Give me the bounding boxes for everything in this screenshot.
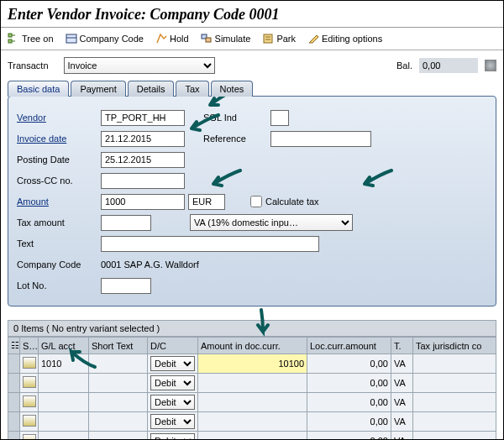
amount-label[interactable]: Amount [17, 196, 101, 207]
amount-field[interactable] [101, 194, 185, 210]
row-selector[interactable] [8, 374, 20, 393]
row-selector[interactable] [8, 354, 20, 374]
tab-details[interactable]: Details [128, 81, 175, 97]
table-row[interactable]: Debit0,00VA [8, 374, 496, 393]
status-button[interactable] [23, 357, 36, 369]
text-field[interactable] [101, 236, 319, 252]
col-loc-amt[interactable]: Loc.curr.amount [307, 338, 391, 354]
gl-acct-cell[interactable] [39, 432, 89, 441]
tree-on-button[interactable]: Tree on [8, 33, 54, 45]
table-row[interactable]: Debit0,00VA [8, 393, 496, 412]
tax-code-select[interactable]: VA (19% domestic inpu… [190, 214, 353, 231]
loc-amt-cell[interactable]: 0,00 [307, 374, 391, 393]
tax-jur-cell[interactable] [413, 374, 496, 393]
amt-doc-cell[interactable] [198, 393, 307, 412]
cross-cc-label: Cross-CC no. [17, 175, 101, 186]
loc-amt-cell[interactable]: 0,00 [307, 412, 391, 432]
cross-cc-field[interactable] [101, 173, 185, 189]
tree-icon [8, 33, 19, 45]
short-text-cell[interactable] [89, 393, 148, 412]
dc-select[interactable]: Debit [150, 356, 195, 371]
park-button[interactable]: Park [262, 33, 296, 45]
tax-cell[interactable]: VA [391, 393, 413, 412]
form-company-code-value: 0001 SAP A.G. Walldorf [101, 259, 199, 270]
transactn-select[interactable]: Invoice [64, 57, 215, 74]
calculate-tax-checkbox[interactable] [250, 196, 262, 207]
posting-date-field[interactable] [101, 152, 185, 168]
row-selector[interactable] [8, 432, 20, 441]
dc-select[interactable]: Debit [150, 375, 195, 390]
short-text-cell[interactable] [89, 374, 148, 393]
col-config[interactable]: ☷ [8, 338, 20, 354]
status-cell[interactable] [20, 374, 39, 393]
gl-acct-cell[interactable] [39, 412, 89, 432]
loc-amt-cell[interactable]: 0,00 [307, 432, 391, 441]
loc-amt-cell[interactable]: 0,00 [307, 393, 391, 412]
row-selector[interactable] [8, 393, 20, 412]
gl-acct-cell[interactable] [39, 393, 89, 412]
dc-cell[interactable]: Debit [148, 412, 198, 432]
tax-jur-cell[interactable] [413, 393, 496, 412]
status-cell[interactable] [20, 393, 39, 412]
amt-doc-cell[interactable]: 10100 [198, 354, 307, 374]
table-row[interactable]: Debit0,00VA [8, 432, 496, 441]
reference-field[interactable] [270, 131, 371, 147]
tax-cell[interactable]: VA [391, 374, 413, 393]
dc-select[interactable]: Debit [150, 433, 195, 440]
tax-jur-cell[interactable] [413, 432, 496, 441]
park-icon [262, 33, 274, 45]
company-code-icon [66, 33, 77, 45]
status-button[interactable] [23, 434, 36, 440]
status-cell[interactable] [20, 412, 39, 432]
dc-cell[interactable]: Debit [148, 393, 198, 412]
status-button[interactable] [23, 395, 36, 407]
tax-cell[interactable]: VA [391, 354, 413, 374]
vendor-field[interactable] [101, 110, 185, 126]
amt-doc-cell[interactable] [198, 412, 307, 432]
loc-amt-cell[interactable]: 0,00 [307, 354, 391, 374]
gl-acct-cell[interactable] [39, 374, 89, 393]
table-row[interactable]: Debit0,00VA [8, 412, 496, 432]
status-button[interactable] [23, 415, 36, 427]
hold-icon [155, 33, 167, 45]
dc-cell[interactable]: Debit [148, 432, 198, 441]
dc-select[interactable]: Debit [150, 395, 195, 410]
vendor-label[interactable]: Vendor [17, 113, 101, 123]
simulate-button[interactable]: Simulate [201, 33, 251, 45]
posting-date-label: Posting Date [17, 155, 101, 165]
tab-tax[interactable]: Tax [176, 81, 208, 97]
col-tax-jur[interactable]: Tax jurisdictn co [413, 338, 496, 354]
tab-basic-data[interactable]: Basic data [8, 81, 69, 97]
hold-button[interactable]: Hold [155, 33, 189, 45]
tax-cell[interactable]: VA [391, 432, 413, 441]
col-status[interactable]: S… [20, 338, 39, 354]
sgl-ind-field[interactable] [270, 110, 289, 126]
row-selector[interactable] [8, 412, 20, 432]
col-tax[interactable]: T. [391, 338, 413, 354]
amt-doc-cell[interactable] [198, 432, 307, 441]
dc-cell[interactable]: Debit [148, 354, 198, 374]
lot-no-field[interactable] [101, 278, 151, 294]
tax-amount-field[interactable] [101, 215, 151, 231]
tab-notes[interactable]: Notes [211, 81, 254, 97]
col-amt-doc[interactable]: Amount in doc.curr. [198, 338, 307, 354]
tax-jur-cell[interactable] [413, 354, 496, 374]
currency-field[interactable] [188, 194, 225, 210]
company-code-button[interactable]: Company Code [66, 33, 144, 45]
short-text-cell[interactable] [89, 432, 148, 441]
col-dc[interactable]: D/C [148, 338, 198, 354]
dc-cell[interactable]: Debit [148, 374, 198, 393]
status-button[interactable] [23, 376, 36, 388]
tax-jur-cell[interactable] [413, 412, 496, 432]
invoice-date-field[interactable] [101, 131, 185, 147]
status-cell[interactable] [20, 354, 39, 374]
short-text-cell[interactable] [89, 412, 148, 432]
tax-cell[interactable]: VA [391, 412, 413, 432]
tab-payment[interactable]: Payment [71, 81, 125, 97]
invoice-date-label[interactable]: Invoice date [17, 134, 101, 144]
dc-select[interactable]: Debit [150, 414, 195, 429]
amt-doc-cell[interactable] [198, 374, 307, 393]
editing-options-button[interactable]: Editing options [307, 33, 382, 45]
status-cell[interactable] [20, 432, 39, 441]
editing-options-label: Editing options [322, 34, 382, 44]
